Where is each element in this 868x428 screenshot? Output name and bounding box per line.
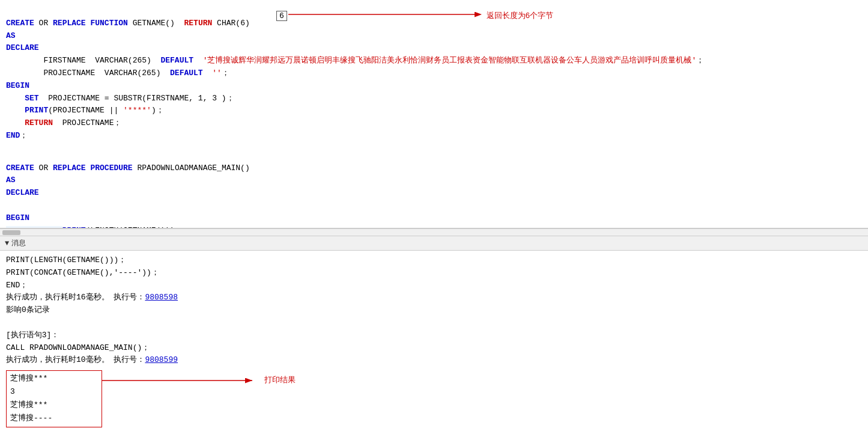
print-result-content: 芝博搜*** 3 芝博搜*** 芝博搜----: [10, 372, 98, 425]
char6-annotation: 6 返回长度为6个字节: [276, 10, 553, 22]
return-annotation-label: 返回长度为6个字节: [487, 10, 553, 21]
print-line-4: 芝博搜----: [10, 412, 98, 425]
print-result-box: 芝博搜*** 3 芝博搜*** 芝博搜----: [6, 370, 102, 427]
msg-end: END；: [6, 280, 862, 292]
msg-blank1: [6, 317, 862, 329]
collapse-icon[interactable]: ▼: [5, 239, 9, 248]
msg-exec1: 执行成功，执行耗时16毫秒。 执行号：9808598: [6, 292, 862, 304]
message-header: ▼ 消息: [0, 236, 868, 251]
print-line-2: 3: [10, 385, 98, 399]
print-result-section: 芝博搜*** 3 芝博搜*** 芝博搜----: [6, 369, 862, 428]
code-editor[interactable]: CREATE OR REPLACE FUNCTION GETNAME() RET…: [0, 0, 868, 228]
exec-id-1[interactable]: 9808598: [145, 293, 178, 302]
print-annotation-label: 打印结果: [264, 374, 296, 387]
print-annotation-arrow: 打印结果: [102, 374, 296, 387]
print-arrow-svg: [102, 376, 258, 385]
msg-affected1: 影响0条记录: [6, 304, 862, 317]
horizontal-scrollbar[interactable]: [0, 228, 868, 236]
main-container: CREATE OR REPLACE FUNCTION GETNAME() RET…: [0, 0, 868, 428]
message-panel[interactable]: ▼ 消息 PRINT(LENGTH(GETNAME()))； PRINT(CON…: [0, 236, 868, 428]
msg-stmt3: [执行语句3]：: [6, 329, 862, 342]
exec-id-2[interactable]: 9808599: [145, 355, 178, 364]
code-area-2: CREATE OR REPLACE PROCEDURE RPADOWNLOADM…: [0, 145, 868, 228]
message-label: 消息: [11, 238, 26, 248]
code-area: CREATE OR REPLACE FUNCTION GETNAME() RET…: [0, 0, 868, 147]
msg-call: CALL RPADOWNLOADMANAGE_MAIN()；: [6, 342, 862, 355]
print-line-1: 芝博搜***: [10, 372, 98, 385]
msg-print-length: PRINT(LENGTH(GETNAME()))；: [6, 254, 862, 267]
print-line-3: 芝博搜***: [10, 399, 98, 412]
msg-print-concat: PRINT(CONCAT(GETNAME(),'----'))；: [6, 267, 862, 280]
scrollbar-thumb[interactable]: [2, 230, 20, 235]
message-content-area: PRINT(LENGTH(GETNAME()))； PRINT(CONCAT(G…: [0, 251, 868, 428]
msg-exec2: 执行成功，执行耗时10毫秒。 执行号：9808599: [6, 354, 862, 367]
char6-box: 6: [276, 11, 287, 21]
return-arrow-svg: [288, 10, 481, 22]
